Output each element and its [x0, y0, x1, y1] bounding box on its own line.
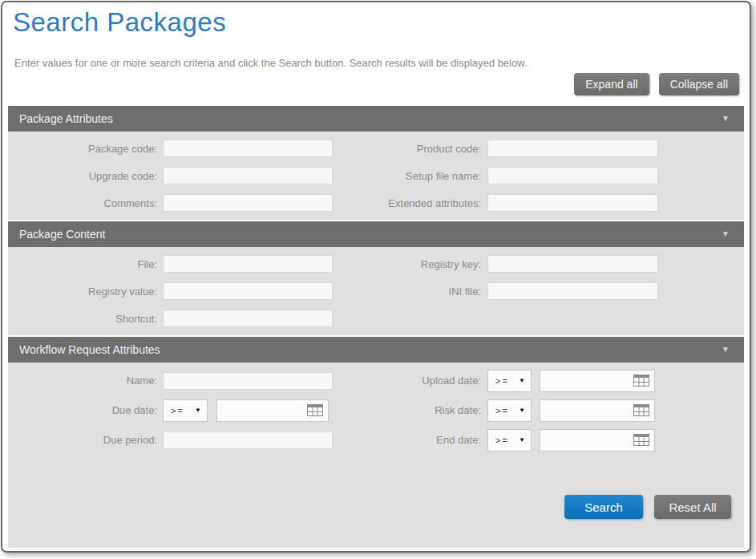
upload-date-operator-select[interactable]: >= ▼	[487, 370, 532, 392]
risk-date-operator-select[interactable]: >= ▼	[487, 399, 532, 422]
name-input[interactable]	[163, 372, 333, 390]
expand-collapse-toolbar: Expand all Collapse all	[2, 73, 739, 95]
operator-value: >=	[495, 406, 509, 415]
expand-all-button[interactable]: Expand all	[574, 73, 649, 95]
section-package-attributes: Package Attributes ▼ Package code: Upgra…	[8, 106, 744, 220]
field-label: INI file:	[375, 286, 487, 298]
form-row: Due date: >= ▼	[8, 395, 375, 425]
due-date-field	[216, 399, 329, 422]
form-row: End date: >= ▼	[375, 425, 744, 455]
form-row: Extended attributes:	[375, 189, 744, 217]
section-title: Package Attributes	[19, 106, 113, 132]
upload-date-input[interactable]	[540, 371, 633, 391]
section-body-package-content: File: Registry value: Shortcut: Registry	[8, 247, 744, 335]
form-row: File:	[8, 250, 375, 277]
extended-attributes-input[interactable]	[487, 194, 658, 212]
field-label: Shortcut:	[8, 313, 163, 325]
field-label: File:	[8, 258, 163, 270]
form-row: Registry key:	[375, 250, 744, 277]
form-row: Upgrade code:	[8, 162, 375, 189]
operator-value: >=	[171, 406, 184, 415]
due-date-operator-select[interactable]: >= ▼	[163, 399, 208, 422]
risk-date-input[interactable]	[540, 400, 633, 421]
due-period-input[interactable]	[163, 431, 333, 449]
field-label: Name:	[8, 375, 163, 387]
form-row: Product code:	[375, 135, 744, 162]
product-code-input[interactable]	[487, 140, 658, 157]
chevron-down-icon: ▼	[722, 221, 730, 247]
operator-value: >=	[495, 376, 509, 386]
ini-file-input[interactable]	[487, 282, 658, 300]
shortcut-input[interactable]	[163, 310, 333, 327]
upload-date-field	[540, 370, 655, 392]
field-label: Comments:	[8, 197, 163, 209]
calendar-icon[interactable]	[633, 404, 649, 416]
field-label: Registry key:	[375, 258, 487, 270]
field-label: Upload date:	[375, 375, 487, 387]
field-label: Extended attributes:	[375, 197, 487, 209]
risk-date-field	[540, 399, 655, 422]
field-label: Registry value:	[8, 286, 163, 298]
section-package-content: Package Content ▼ File: Registry value: …	[8, 221, 744, 335]
form-row: Registry value:	[8, 277, 375, 305]
calendar-icon[interactable]	[633, 434, 649, 446]
due-date-input[interactable]	[217, 400, 307, 421]
package-code-input[interactable]	[163, 140, 333, 157]
form-row: Comments:	[8, 189, 375, 217]
calendar-icon[interactable]	[307, 404, 323, 416]
section-header-workflow-request-attributes[interactable]: Workflow Request Attributes ▼	[8, 337, 744, 363]
sections-container: Package Attributes ▼ Package code: Upgra…	[8, 106, 744, 548]
field-label: End date:	[375, 434, 487, 446]
search-button[interactable]: Search	[564, 495, 643, 519]
chevron-down-icon: ▼	[519, 407, 525, 414]
form-row: Risk date: >= ▼	[375, 395, 744, 425]
end-date-input[interactable]	[540, 430, 633, 451]
instruction-text: Enter values for one or more search crit…	[14, 57, 738, 69]
upgrade-code-input[interactable]	[163, 167, 333, 184]
calendar-icon[interactable]	[633, 375, 649, 387]
action-buttons-row: Search Reset All	[8, 495, 744, 545]
section-header-package-attributes[interactable]: Package Attributes ▼	[8, 106, 744, 132]
form-row: Shortcut:	[8, 305, 375, 332]
file-input[interactable]	[163, 255, 333, 273]
collapse-all-button[interactable]: Collapse all	[659, 73, 739, 95]
registry-value-input[interactable]	[163, 282, 333, 300]
operator-value: >=	[495, 435, 509, 445]
field-label: Product code:	[375, 143, 487, 155]
search-packages-window: Search Packages Enter values for one or …	[1, 1, 751, 553]
section-title: Package Content	[19, 221, 105, 247]
section-body-package-attributes: Package code: Upgrade code: Comments: Pr…	[8, 132, 744, 220]
section-body-workflow-request-attributes: Name: Due date: >= ▼	[8, 363, 744, 548]
field-label: Due period:	[8, 434, 163, 446]
field-label: Risk date:	[375, 404, 487, 416]
chevron-down-icon: ▼	[195, 407, 201, 414]
end-date-field	[540, 429, 655, 452]
form-row: Upload date: >= ▼	[375, 366, 744, 395]
section-workflow-request-attributes: Workflow Request Attributes ▼ Name: Due …	[8, 337, 744, 548]
setup-file-name-input[interactable]	[487, 167, 658, 184]
section-title: Workflow Request Attributes	[19, 337, 160, 363]
form-row: Due period:	[8, 425, 375, 455]
section-header-package-content[interactable]: Package Content ▼	[8, 221, 744, 247]
field-label: Setup file name:	[375, 170, 487, 182]
form-row: Name:	[8, 366, 375, 395]
chevron-down-icon: ▼	[722, 106, 730, 132]
form-row: Setup file name:	[375, 162, 744, 189]
reset-all-button[interactable]: Reset All	[654, 495, 731, 519]
page-title: Search Packages	[13, 7, 750, 38]
form-row: Package code:	[8, 135, 375, 162]
chevron-down-icon: ▼	[519, 377, 525, 384]
registry-key-input[interactable]	[487, 255, 658, 273]
form-row: INI file:	[375, 277, 744, 305]
field-label: Upgrade code:	[8, 170, 163, 182]
chevron-down-icon: ▼	[722, 337, 730, 363]
end-date-operator-select[interactable]: >= ▼	[487, 429, 532, 452]
comments-input[interactable]	[163, 194, 333, 212]
field-label: Due date:	[8, 404, 163, 416]
field-label: Package code:	[8, 143, 163, 155]
chevron-down-icon: ▼	[519, 436, 525, 444]
